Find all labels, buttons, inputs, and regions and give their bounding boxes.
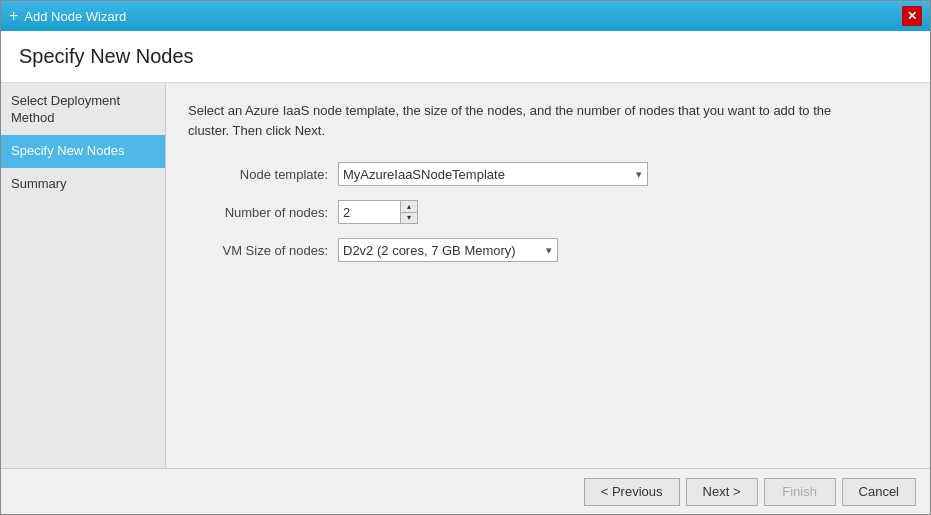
sidebar-item-select-deployment[interactable]: Select Deployment Method bbox=[1, 85, 165, 135]
spinner-up-button[interactable]: ▴ bbox=[400, 200, 418, 212]
previous-button[interactable]: < Previous bbox=[584, 478, 680, 506]
next-button[interactable]: Next > bbox=[686, 478, 758, 506]
sidebar-item-label: Select Deployment Method bbox=[11, 93, 120, 125]
vm-size-label: VM Size of nodes: bbox=[188, 243, 328, 258]
number-of-nodes-row: Number of nodes: ▴ ▾ bbox=[188, 200, 908, 224]
finish-button[interactable]: Finish bbox=[764, 478, 836, 506]
spinner-buttons: ▴ ▾ bbox=[400, 200, 418, 224]
description-text: Select an Azure IaaS node template, the … bbox=[188, 101, 868, 140]
number-of-nodes-label: Number of nodes: bbox=[188, 205, 328, 220]
number-of-nodes-spinner: ▴ ▾ bbox=[338, 200, 418, 224]
cancel-button[interactable]: Cancel bbox=[842, 478, 916, 506]
footer: < Previous Next > Finish Cancel bbox=[1, 468, 930, 514]
window-title: Add Node Wizard bbox=[24, 9, 126, 24]
sidebar-item-label: Specify New Nodes bbox=[11, 143, 124, 158]
vm-size-select[interactable]: D2v2 (2 cores, 7 GB Memory) bbox=[338, 238, 558, 262]
node-template-label: Node template: bbox=[188, 167, 328, 182]
sidebar-item-label: Summary bbox=[11, 176, 67, 191]
spinner-down-button[interactable]: ▾ bbox=[400, 212, 418, 225]
node-template-row: Node template: MyAzureIaaSNodeTemplate bbox=[188, 162, 908, 186]
page-title: Specify New Nodes bbox=[19, 45, 194, 67]
wizard-window: + Add Node Wizard ✕ Specify New Nodes Se… bbox=[0, 0, 931, 515]
vm-size-row: VM Size of nodes: D2v2 (2 cores, 7 GB Me… bbox=[188, 238, 908, 262]
node-template-select-wrapper: MyAzureIaaSNodeTemplate bbox=[338, 162, 648, 186]
node-template-select[interactable]: MyAzureIaaSNodeTemplate bbox=[338, 162, 648, 186]
main-body: Select Deployment Method Specify New Nod… bbox=[1, 83, 930, 468]
title-bar-left: + Add Node Wizard bbox=[9, 7, 126, 25]
vm-size-select-wrapper: D2v2 (2 cores, 7 GB Memory) bbox=[338, 238, 558, 262]
sidebar: Select Deployment Method Specify New Nod… bbox=[1, 83, 166, 468]
sidebar-item-summary[interactable]: Summary bbox=[1, 168, 165, 201]
content-panel: Select an Azure IaaS node template, the … bbox=[166, 83, 930, 468]
content-area: Specify New Nodes Select Deployment Meth… bbox=[1, 31, 930, 514]
title-bar: + Add Node Wizard ✕ bbox=[1, 1, 930, 31]
page-header: Specify New Nodes bbox=[1, 31, 930, 83]
sidebar-item-specify-nodes[interactable]: Specify New Nodes bbox=[1, 135, 165, 168]
window-icon: + bbox=[9, 7, 18, 25]
close-button[interactable]: ✕ bbox=[902, 6, 922, 26]
form-section: Node template: MyAzureIaaSNodeTemplate N… bbox=[188, 162, 908, 262]
